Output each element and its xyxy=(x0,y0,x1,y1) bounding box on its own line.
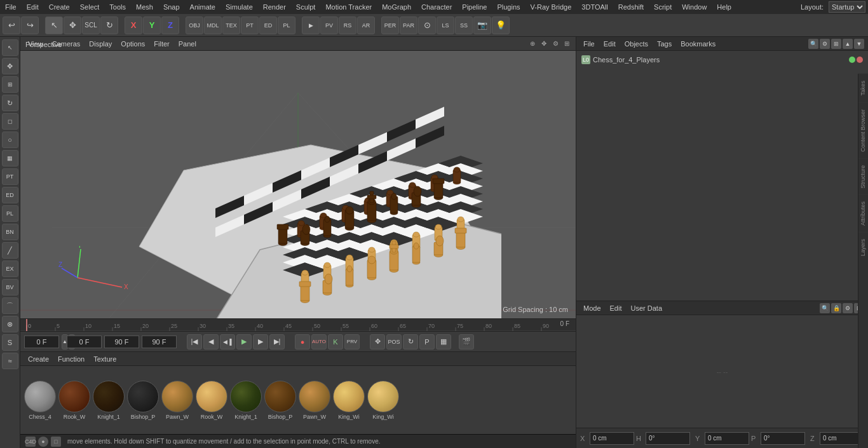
attr-settings-icon[interactable]: ⚙ xyxy=(843,303,853,313)
prev-frame-button[interactable]: ◀ xyxy=(203,334,219,350)
lt-knife[interactable]: ╱ xyxy=(2,242,18,259)
vp-panel[interactable]: Panel xyxy=(175,39,200,48)
lt-paint[interactable]: ○ xyxy=(2,132,18,148)
select-tool-button[interactable]: ↖ xyxy=(45,17,63,34)
attr-search-icon[interactable]: 🔍 xyxy=(820,303,830,313)
lt-soft-sel[interactable]: S xyxy=(2,334,18,351)
object-row[interactable]: L0 Chess_for_4_Players xyxy=(579,53,865,66)
axis-x-button[interactable]: X xyxy=(125,17,142,34)
lt-bridge[interactable]: ⌒ xyxy=(2,297,18,314)
lt-magnet[interactable]: ⊗ xyxy=(2,316,18,332)
menu-simulate[interactable]: Simulate xyxy=(220,2,258,12)
current-frame-field[interactable]: 0 F xyxy=(67,336,102,348)
render-settings-button[interactable]: RS xyxy=(339,17,356,34)
menu-help[interactable]: Help xyxy=(712,2,736,12)
add-key-button[interactable]: K xyxy=(328,334,343,350)
menu-file[interactable]: File xyxy=(0,2,22,12)
menu-window[interactable]: Window xyxy=(677,2,712,12)
lt-sculpt[interactable]: ≈ xyxy=(2,353,18,369)
status-icon-3[interactable]: □ xyxy=(51,437,61,447)
end-frame2-field[interactable]: 90 F xyxy=(142,336,177,348)
record-button[interactable]: ● xyxy=(295,334,310,350)
obj-menu-objects[interactable]: Objects xyxy=(621,39,651,48)
material-item[interactable]: Pawn_W xyxy=(161,381,193,420)
layout-select[interactable]: Startup xyxy=(829,1,865,13)
lt-object[interactable]: ◻ xyxy=(2,113,18,130)
vtab-structure[interactable]: Structure xyxy=(858,158,868,195)
point-mode-button[interactable]: PT xyxy=(241,17,259,34)
timeline[interactable]: 0 5 10 15 20 25 30 35 40 xyxy=(20,318,576,331)
soft-select-button[interactable]: SS xyxy=(455,17,473,34)
go-to-end-button[interactable]: ▶| xyxy=(269,334,285,350)
vp-filter[interactable]: Filter xyxy=(150,39,173,48)
start-frame-field[interactable]: 0 F xyxy=(24,336,59,348)
status-icon-1[interactable]: C4D xyxy=(25,437,36,447)
menu-mograph[interactable]: MoGraph xyxy=(377,2,416,12)
lt-texture[interactable]: ▦ xyxy=(2,150,18,166)
menu-motiontracker[interactable]: Motion Tracker xyxy=(320,2,377,12)
obj-dot-green[interactable] xyxy=(849,57,855,63)
object-mode-button[interactable]: OBJ xyxy=(186,17,203,34)
end-frame-field[interactable]: 90 F xyxy=(104,336,139,348)
material-item[interactable]: Knight_1 xyxy=(230,381,262,420)
material-item[interactable]: Knight_1 xyxy=(93,381,125,420)
menu-plugins[interactable]: Plugins xyxy=(492,2,525,12)
vp-icon-expand[interactable]: ⊕ xyxy=(527,39,538,49)
material-item[interactable]: Bishop_P xyxy=(127,381,159,420)
material-item[interactable]: King_Wi xyxy=(367,381,399,420)
pos-mode-button[interactable]: POS xyxy=(386,334,402,350)
texture-mode-button[interactable]: TEX xyxy=(222,17,240,34)
menu-character[interactable]: Character xyxy=(416,2,457,12)
menu-redshift[interactable]: Redshift xyxy=(613,2,649,12)
edge-mode-button[interactable]: ED xyxy=(259,17,277,34)
rotate-tool-button[interactable]: ↻ xyxy=(100,17,118,34)
obj-menu-edit[interactable]: Edit xyxy=(600,39,619,48)
menu-edit[interactable]: Edit xyxy=(22,2,44,12)
poly-mode-button[interactable]: PL xyxy=(278,17,295,34)
menu-select[interactable]: Select xyxy=(75,2,105,12)
vtab-attributes[interactable]: Attributes xyxy=(858,194,868,232)
parallel-button[interactable]: PAR xyxy=(400,17,417,34)
move-tool-button[interactable]: ✥ xyxy=(64,17,81,34)
menu-3dtoall[interactable]: 3DTOAll xyxy=(576,2,613,12)
scale-tool-button[interactable]: SCL xyxy=(82,17,100,34)
vp-display[interactable]: Display xyxy=(85,39,116,48)
menu-script[interactable]: Script xyxy=(649,2,677,12)
obj-menu-file[interactable]: File xyxy=(580,39,598,48)
redo-button[interactable]: ↪ xyxy=(21,17,39,34)
vp-icon-settings[interactable]: ⚙ xyxy=(550,39,560,49)
obj-menu-bookmarks[interactable]: Bookmarks xyxy=(677,39,719,48)
key-mode-button[interactable]: P xyxy=(419,334,435,350)
play-button[interactable]: ▶ xyxy=(236,334,252,350)
obj-menu-tags[interactable]: Tags xyxy=(654,39,675,48)
vp-view[interactable]: View xyxy=(24,39,47,48)
menu-pipeline[interactable]: Pipeline xyxy=(457,2,492,12)
obj-expand-icon[interactable]: ⊞ xyxy=(831,39,841,49)
attr-lock-icon[interactable]: 🔒 xyxy=(831,303,841,313)
menu-mesh[interactable]: Mesh xyxy=(131,2,158,12)
mat-menu-texture[interactable]: Texture xyxy=(90,355,120,363)
menu-tools[interactable]: Tools xyxy=(104,2,131,12)
obj-dot-red[interactable] xyxy=(857,57,863,63)
material-item[interactable]: Rook_W xyxy=(58,381,90,420)
lt-move[interactable]: ✥ xyxy=(2,58,18,74)
obj-scroll-dn-icon[interactable]: ▼ xyxy=(854,39,864,49)
preview-button[interactable]: PRV xyxy=(344,334,360,350)
material-item[interactable]: Chess_4 xyxy=(24,381,56,420)
coord-y-field[interactable]: 0 cm xyxy=(705,432,749,445)
material-item[interactable]: Pawn_W xyxy=(299,381,330,420)
vp-cameras[interactable]: Cameras xyxy=(48,39,85,48)
camera-button[interactable]: 📷 xyxy=(473,17,491,34)
vp-options[interactable]: Options xyxy=(117,39,149,48)
auto-key-button[interactable]: AUTO xyxy=(311,334,327,350)
film-button[interactable]: 🎬 xyxy=(459,334,474,350)
axis-z-button[interactable]: Z xyxy=(161,17,179,34)
lt-edge[interactable]: ED xyxy=(2,187,18,203)
model-mode-button[interactable]: MDL xyxy=(204,17,222,34)
material-item[interactable]: Bishop_P xyxy=(264,381,296,420)
attr-menu-mode[interactable]: Mode xyxy=(580,304,604,313)
menu-vray[interactable]: V-Ray Bridge xyxy=(526,2,577,12)
coord-x-field[interactable]: 0 cm xyxy=(590,432,634,445)
next-frame-button[interactable]: ▶ xyxy=(253,334,268,350)
coord-p-field[interactable]: 0° xyxy=(761,432,805,445)
